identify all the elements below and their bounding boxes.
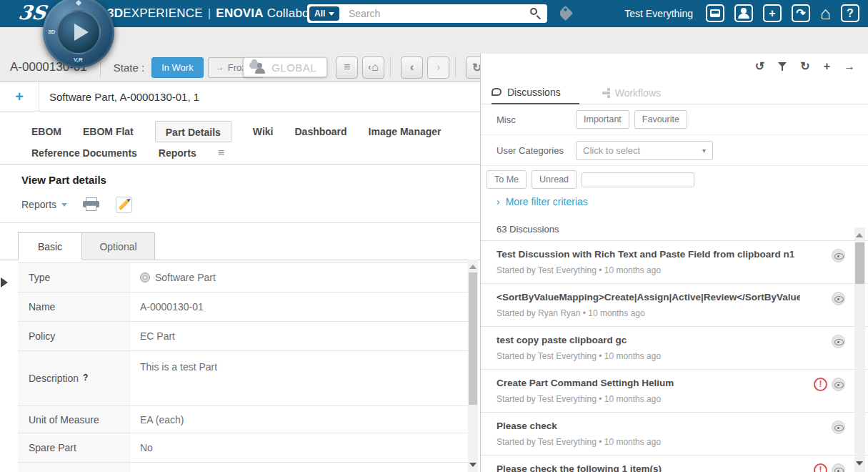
user-name[interactable]: Test Everything: [624, 8, 693, 19]
share-icon[interactable]: ↷: [792, 4, 810, 22]
search-icon[interactable]: [530, 8, 537, 15]
watch-icon[interactable]: [832, 463, 845, 472]
tab-image-manager[interactable]: Image Manager: [369, 121, 442, 142]
back-icon[interactable]: ‹: [401, 56, 423, 79]
global-search[interactable]: All: [307, 4, 547, 23]
important-filter-button[interactable]: Important: [576, 110, 629, 129]
edit-icon[interactable]: [116, 197, 132, 213]
watch-icon[interactable]: [832, 421, 845, 434]
help-icon[interactable]: ?: [83, 373, 88, 383]
tabs-overflow-icon[interactable]: ≡: [218, 142, 224, 164]
user-categories-select[interactable]: Click to select ▾: [576, 141, 713, 160]
home-icon[interactable]: ⌂: [820, 4, 831, 22]
scroll-up-icon[interactable]: [856, 233, 863, 237]
discussion-title[interactable]: Please check the following 1 item(s): [497, 463, 800, 472]
quick-filters-row: To Me Unread: [481, 166, 868, 193]
open-panel-icon[interactable]: →: [844, 60, 855, 73]
add-discussion-icon[interactable]: +: [824, 60, 830, 73]
panel-expand-icon[interactable]: [1, 277, 8, 287]
chevron-left-icon: ‹: [368, 62, 371, 72]
list-item[interactable]: <SortByValueMapping>Create|Assign|Active…: [481, 284, 868, 327]
favourite-filter-button[interactable]: Favourite: [634, 110, 687, 129]
chevron-down-icon: [61, 203, 67, 207]
home-glyph: ⌂: [371, 61, 379, 74]
scrollbar-thumb[interactable]: [469, 272, 477, 405]
discussions-count: 63 Discussions: [481, 215, 868, 241]
discussion-title[interactable]: Create Part Command Settingh Helium: [497, 378, 800, 388]
discussions-scrollbar[interactable]: [854, 227, 865, 472]
compass-vr-label[interactable]: V,R: [74, 56, 83, 63]
field-label-name: Name: [18, 292, 130, 321]
logo-3ds[interactable]: 3S: [17, 1, 48, 24]
reports-dropdown[interactable]: Reports: [21, 199, 67, 210]
discussion-search-input[interactable]: [582, 172, 694, 187]
divider: [390, 56, 391, 78]
field-label-description: Description ?: [18, 351, 130, 405]
field-value-name: A-0000130-01: [130, 292, 468, 321]
scroll-up-icon[interactable]: [469, 265, 477, 269]
section-heading: View Part details: [21, 174, 480, 186]
compass-play-button[interactable]: [56, 10, 101, 54]
cloud-person-icon: [249, 61, 266, 74]
list-item[interactable]: Create Part Command Settingh Helium Star…: [481, 370, 868, 413]
tab-part-details[interactable]: Part Details: [155, 121, 231, 142]
discussion-title[interactable]: Test Discussion with Rich Text and Paste…: [497, 249, 800, 260]
search-input[interactable]: [349, 5, 520, 22]
scroll-down-icon[interactable]: [856, 461, 863, 466]
tab-workflows[interactable]: Workflows: [602, 81, 661, 104]
form-scrollbar[interactable]: [468, 260, 478, 472]
forward-icon[interactable]: ›: [427, 56, 449, 79]
discussion-meta: Started by Test Everything • 10 months a…: [497, 394, 800, 404]
chevron-down-icon: [329, 12, 334, 16]
add-content-icon[interactable]: +: [763, 4, 782, 22]
tab-ebom-flat[interactable]: EBOM Flat: [83, 121, 134, 142]
tab-wiki[interactable]: Wiki: [253, 121, 274, 142]
tab-discussions[interactable]: Discussions: [492, 81, 579, 104]
scroll-down-icon[interactable]: [469, 463, 477, 467]
list-item[interactable]: Please check Started by Test Everything …: [481, 413, 868, 456]
watch-icon[interactable]: [832, 335, 845, 348]
watch-icon[interactable]: [832, 378, 845, 391]
list-item[interactable]: Please check the following 1 item(s) !: [481, 456, 868, 472]
more-filter-criterias-link[interactable]: › More filter criterias: [481, 193, 868, 215]
part-attributes-table: Type Software Part Name A-0000130-01 Pol…: [18, 262, 468, 472]
home-navigation-icon[interactable]: ‹ ⌂: [362, 56, 384, 79]
scrollbar-thumb[interactable]: [855, 242, 864, 284]
user-categories-label: User Categories: [497, 145, 576, 156]
tray-glyph: [710, 9, 720, 17]
tab-reference-documents[interactable]: Reference Documents: [31, 142, 137, 164]
history-icon[interactable]: ↺: [755, 59, 764, 73]
watch-icon[interactable]: [832, 292, 845, 305]
tab-basic[interactable]: Basic: [18, 232, 82, 260]
compass-3d-label[interactable]: 3D: [48, 29, 55, 35]
profile-icon[interactable]: [734, 4, 753, 22]
field-value-description: This is a test Part: [130, 351, 468, 405]
tab-dashboard[interactable]: Dashboard: [294, 121, 346, 142]
state-in-work-button[interactable]: In Work: [151, 57, 204, 78]
filter-icon[interactable]: [778, 62, 787, 71]
discussion-title[interactable]: test copy paste clipboard gc: [497, 335, 800, 345]
watch-icon[interactable]: [832, 249, 845, 262]
tab-ebom[interactable]: EBOM: [31, 121, 61, 142]
menu-icon[interactable]: ≡: [336, 56, 358, 79]
print-icon[interactable]: [83, 197, 100, 212]
tab-optional[interactable]: Optional: [82, 232, 155, 260]
table-row: Type Software Part: [18, 263, 468, 292]
help-icon[interactable]: ?: [841, 4, 859, 22]
unread-filter-button[interactable]: Unread: [532, 170, 577, 189]
misc-label: Misc: [497, 114, 576, 125]
inbox-icon[interactable]: [706, 4, 724, 22]
list-item[interactable]: Test Discussion with Rich Text and Paste…: [481, 241, 868, 284]
tab-reports[interactable]: Reports: [159, 142, 196, 164]
refresh-icon[interactable]: ↻: [800, 59, 809, 73]
collaboration-panel: ↺ ↻ + → Discussions Workflows Misc Impor…: [480, 54, 868, 472]
to-me-filter-button[interactable]: To Me: [487, 170, 527, 189]
discussion-title[interactable]: <SortByValueMapping>Create|Assign|Active…: [497, 292, 800, 303]
global-scope-button[interactable]: GLOBAL: [243, 57, 327, 77]
list-item[interactable]: test copy paste clipboard gc Started by …: [481, 327, 868, 370]
discussion-title[interactable]: Please check: [497, 421, 800, 431]
tag-icon[interactable]: [558, 6, 573, 21]
add-object-button[interactable]: +: [0, 82, 39, 111]
field-label-type: Type: [18, 263, 130, 292]
search-scope-dropdown[interactable]: All: [309, 6, 339, 21]
